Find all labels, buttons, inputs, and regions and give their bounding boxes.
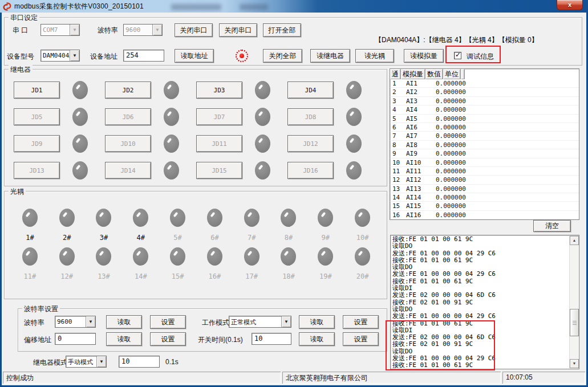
channel-cell: 5 (390, 115, 404, 123)
workmode-select[interactable]: 正常模式 ▼ (229, 316, 291, 328)
table-row[interactable]: 11 AI11 0.000000 (390, 167, 579, 176)
baud-cfg-select[interactable]: 9600 ▼ (55, 316, 96, 328)
relay-button[interactable]: JD5 (14, 108, 60, 125)
relay-button[interactable]: JD6 (105, 108, 151, 125)
table-row[interactable]: 1 AI1 0.000000 (390, 79, 579, 88)
log-line: 接收:FE 02 01 00 91 9C (392, 299, 569, 306)
relay-button[interactable]: JD7 (196, 108, 242, 125)
table-row[interactable]: 10 AI10 0.000000 (390, 158, 579, 167)
baud-read-button[interactable]: 读取 (106, 315, 142, 329)
opto-led-indicator (318, 209, 333, 227)
analog-table-header-cell[interactable] (461, 69, 465, 79)
device-model-select[interactable]: DAM0404A ▼ (40, 50, 80, 62)
workmode-read-button[interactable]: 读取 (299, 315, 335, 329)
chevron-down-icon[interactable]: ▼ (70, 25, 79, 35)
relay-button[interactable]: JD14 (105, 162, 151, 179)
channel-cell: 4 (390, 105, 404, 113)
table-row[interactable]: 16 AI16 0.000000 (390, 211, 579, 219)
status-message: 控制成功 (3, 372, 281, 384)
app-window: modbus采集控制卡软件V0300_20150101 x 串口设定 串 口 C… (0, 0, 588, 387)
relay-cell: JD6 (105, 108, 196, 126)
opto-cell: 3# (86, 209, 123, 242)
chevron-down-icon[interactable]: ▼ (152, 25, 162, 35)
relay-button[interactable]: JD10 (105, 135, 151, 152)
offset-addr-input[interactable]: 0 (55, 333, 96, 345)
table-row[interactable]: 15 AI15 0.000000 (390, 202, 579, 210)
opto-channel-label: 18# (282, 272, 295, 280)
device-addr-input[interactable]: 254 (123, 50, 164, 62)
read-opto-button[interactable]: 读光耦 (355, 49, 394, 63)
relay-button[interactable]: JD9 (14, 135, 60, 152)
relay-cell: JD11 (196, 135, 287, 153)
table-row[interactable]: 7 AI7 0.000000 (390, 132, 579, 140)
relay-button[interactable]: JD1 (14, 82, 60, 99)
close-button[interactable]: x (557, 0, 583, 10)
close-all-button[interactable]: 关闭全部 (263, 49, 302, 63)
read-relay-button[interactable]: 读继电器 (310, 49, 350, 63)
analog-name-cell: AI2 (404, 88, 433, 96)
close-serial-button-2[interactable]: 关闭串口 (219, 23, 257, 37)
table-row[interactable]: 4 AI4 0.000000 (390, 105, 579, 114)
relay-button[interactable]: JD3 (196, 82, 242, 99)
switchtime-set-button[interactable]: 设置 (343, 332, 379, 346)
scroll-down-icon[interactable]: ▼ (570, 359, 579, 368)
analog-table-header-cell[interactable]: 数值 (425, 69, 443, 79)
table-row[interactable]: 8 AI8 0.000000 (390, 141, 579, 149)
table-row[interactable]: 3 AI3 0.000000 (390, 97, 579, 105)
relay-mode-value: 手动模式 (66, 356, 96, 367)
read-addr-button[interactable]: 读取地址 (175, 49, 214, 63)
serial-port-select[interactable]: COM7 ▼ (40, 24, 80, 36)
unit-cell (482, 105, 528, 113)
unit-cell (482, 123, 528, 131)
opto-led-indicator (355, 247, 370, 266)
scroll-up-icon[interactable]: ▲ (570, 236, 579, 245)
table-row[interactable]: 12 AI12 0.000000 (390, 176, 579, 184)
clear-log-button[interactable]: 清空 (533, 220, 571, 232)
table-row[interactable]: 13 AI13 0.000000 (390, 185, 579, 193)
chevron-down-icon[interactable]: ▼ (86, 316, 95, 327)
relay-mode-select[interactable]: 手动模式 ▼ (66, 356, 107, 368)
value-cell: 0.000000 (433, 185, 482, 193)
relay-group: 继电器 JD1 JD2 JD3 (4, 69, 387, 186)
relay-button[interactable]: JD12 (287, 135, 334, 152)
open-all-button[interactable]: 打开全部 (263, 23, 301, 37)
relay-mode-time-input[interactable]: 10 (119, 356, 160, 368)
analog-table-header-cell[interactable]: 通 (390, 69, 401, 79)
read-analog-button[interactable]: 读模拟量 (404, 49, 444, 63)
relay-button[interactable]: JD2 (105, 82, 151, 99)
relay-cell: JD8 (287, 108, 379, 126)
opto-led-indicator (318, 247, 333, 266)
log-line: 发送:FE 01 00 00 00 04 29 C6 (392, 313, 569, 320)
relay-button[interactable]: JD13 (14, 162, 60, 179)
log-scrollbar[interactable]: ▲ ▼ (569, 236, 578, 368)
close-serial-button-1[interactable]: 关闭串口 (175, 23, 213, 37)
analog-table-header-cell[interactable]: 单位 (443, 69, 461, 79)
relay-button[interactable]: JD16 (287, 162, 334, 179)
table-row[interactable]: 5 AI5 0.000000 (390, 115, 579, 123)
offset-set-button[interactable]: 设置 (150, 332, 186, 346)
log-line: 接收:FE 01 01 00 61 9C (392, 257, 569, 264)
relay-cell: JD12 (287, 135, 379, 153)
baud-set-button[interactable]: 设置 (150, 315, 186, 329)
analog-name-cell: AI11 (404, 167, 433, 175)
table-row[interactable]: 6 AI6 0.000000 (390, 123, 579, 132)
relay-button[interactable]: JD4 (287, 82, 334, 99)
chevron-down-icon[interactable]: ▼ (96, 356, 106, 367)
analog-table-body: 1 AI1 0.000000 2 AI2 0.000000 (390, 79, 579, 219)
baud-select[interactable]: 9600 ▼ (123, 24, 163, 36)
relay-button[interactable]: JD15 (196, 162, 242, 179)
scrollbar-thumb[interactable] (570, 309, 579, 336)
relay-button[interactable]: JD8 (287, 108, 334, 125)
analog-table-header-cell[interactable]: 模拟量 (401, 69, 425, 79)
workmode-set-button[interactable]: 设置 (343, 315, 379, 329)
switchtime-read-button[interactable]: 读取 (299, 332, 335, 346)
table-row[interactable]: 2 AI2 0.000000 (390, 88, 579, 96)
chevron-down-icon[interactable]: ▼ (281, 316, 291, 327)
table-row[interactable]: 14 AI14 0.000000 (390, 193, 579, 202)
chevron-down-icon[interactable]: ▼ (70, 50, 79, 61)
switch-time-input[interactable]: 10 (252, 333, 291, 345)
opto-channel-label: 14# (135, 272, 147, 280)
offset-read-button[interactable]: 读取 (106, 332, 142, 346)
table-row[interactable]: 9 AI9 0.000000 (390, 149, 579, 158)
relay-button[interactable]: JD11 (196, 135, 242, 152)
